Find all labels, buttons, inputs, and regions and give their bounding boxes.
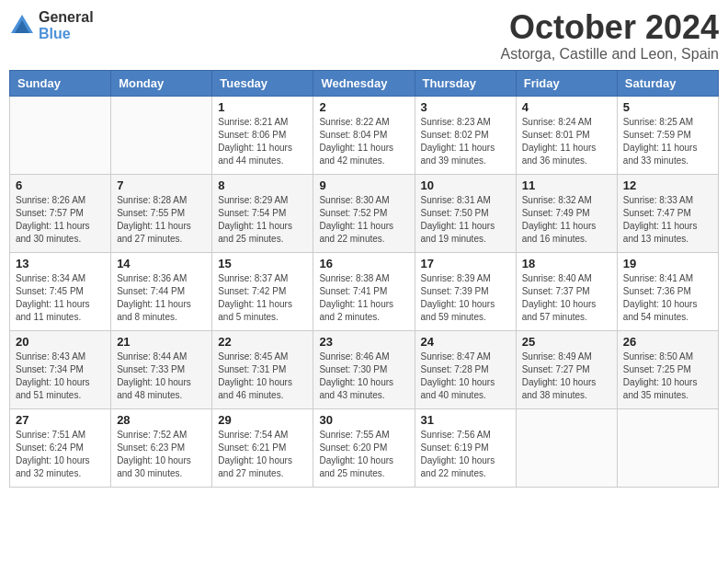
calendar-cell [10,96,111,174]
calendar-cell: 10Sunrise: 8:31 AM Sunset: 7:50 PM Dayli… [415,174,516,252]
day-number: 17 [421,257,510,270]
day-info: Sunrise: 8:36 AM Sunset: 7:44 PM Dayligh… [117,272,206,324]
day-number: 20 [16,335,105,349]
week-row-1: 1Sunrise: 8:21 AM Sunset: 8:06 PM Daylig… [10,96,719,174]
logo-text: General Blue [39,9,94,41]
day-info: Sunrise: 8:44 AM Sunset: 7:33 PM Dayligh… [117,350,206,402]
day-info: Sunrise: 7:55 AM Sunset: 6:20 PM Dayligh… [319,429,408,480]
calendar-cell: 16Sunrise: 8:38 AM Sunset: 7:41 PM Dayli… [313,252,415,330]
day-number: 6 [16,178,105,192]
calendar-cell: 22Sunrise: 8:45 AM Sunset: 7:31 PM Dayli… [212,330,313,408]
calendar-cell: 3Sunrise: 8:23 AM Sunset: 8:02 PM Daylig… [415,96,516,174]
calendar-cell: 2Sunrise: 8:22 AM Sunset: 8:04 PM Daylig… [313,96,415,174]
day-number: 22 [218,335,307,349]
calendar-cell: 19Sunrise: 8:41 AM Sunset: 7:36 PM Dayli… [617,252,718,330]
calendar-cell: 24Sunrise: 8:47 AM Sunset: 7:28 PM Dayli… [415,330,516,408]
day-info: Sunrise: 8:22 AM Sunset: 8:04 PM Dayligh… [319,116,408,167]
calendar-cell: 27Sunrise: 7:51 AM Sunset: 6:24 PM Dayli… [10,408,111,487]
day-info: Sunrise: 8:26 AM Sunset: 7:57 PM Dayligh… [16,194,105,246]
day-info: Sunrise: 7:51 AM Sunset: 6:24 PM Dayligh… [16,429,105,480]
day-info: Sunrise: 8:46 AM Sunset: 7:30 PM Dayligh… [319,350,408,402]
calendar-cell: 31Sunrise: 7:56 AM Sunset: 6:19 PM Dayli… [415,408,516,487]
calendar-cell: 17Sunrise: 8:39 AM Sunset: 7:39 PM Dayli… [415,252,516,330]
calendar-cell: 4Sunrise: 8:24 AM Sunset: 8:01 PM Daylig… [516,96,617,174]
calendar-cell: 20Sunrise: 8:43 AM Sunset: 7:34 PM Dayli… [10,330,111,408]
calendar-cell: 7Sunrise: 8:28 AM Sunset: 7:55 PM Daylig… [111,174,212,252]
header-cell-sunday: Sunday [10,70,111,96]
day-number: 12 [623,178,712,192]
day-info: Sunrise: 7:56 AM Sunset: 6:19 PM Dayligh… [421,429,510,480]
day-info: Sunrise: 8:38 AM Sunset: 7:41 PM Dayligh… [319,272,408,324]
header-cell-saturday: Saturday [617,70,718,96]
day-info: Sunrise: 7:52 AM Sunset: 6:23 PM Dayligh… [117,429,206,480]
calendar-cell: 26Sunrise: 8:50 AM Sunset: 7:25 PM Dayli… [617,330,718,408]
calendar-cell [617,408,718,487]
calendar-cell: 14Sunrise: 8:36 AM Sunset: 7:44 PM Dayli… [111,252,212,330]
day-number: 5 [623,100,712,114]
day-number: 28 [117,413,206,427]
day-number: 19 [623,257,712,270]
month-title: October 2024 [501,9,719,46]
calendar-cell [516,408,617,487]
day-info: Sunrise: 8:29 AM Sunset: 7:54 PM Dayligh… [218,194,307,246]
logo-general: General [39,9,94,26]
day-info: Sunrise: 8:43 AM Sunset: 7:34 PM Dayligh… [16,350,105,402]
week-row-4: 20Sunrise: 8:43 AM Sunset: 7:34 PM Dayli… [10,330,719,408]
calendar-cell: 29Sunrise: 7:54 AM Sunset: 6:21 PM Dayli… [212,408,313,487]
calendar-cell: 13Sunrise: 8:34 AM Sunset: 7:45 PM Dayli… [10,252,111,330]
header: General Blue October 2024 Astorga, Casti… [9,9,719,63]
header-row: SundayMondayTuesdayWednesdayThursdayFrid… [10,70,719,96]
day-number: 31 [421,413,510,427]
day-info: Sunrise: 8:40 AM Sunset: 7:37 PM Dayligh… [522,272,611,324]
day-info: Sunrise: 8:39 AM Sunset: 7:39 PM Dayligh… [421,272,510,324]
day-number: 27 [16,413,105,427]
calendar-cell: 23Sunrise: 8:46 AM Sunset: 7:30 PM Dayli… [313,330,415,408]
logo: General Blue [9,9,94,41]
calendar-cell: 18Sunrise: 8:40 AM Sunset: 7:37 PM Dayli… [516,252,617,330]
calendar-cell: 8Sunrise: 8:29 AM Sunset: 7:54 PM Daylig… [212,174,313,252]
day-number: 16 [319,257,408,270]
day-info: Sunrise: 8:21 AM Sunset: 8:06 PM Dayligh… [218,116,307,167]
calendar-cell: 15Sunrise: 8:37 AM Sunset: 7:42 PM Dayli… [212,252,313,330]
header-cell-wednesday: Wednesday [313,70,415,96]
header-cell-thursday: Thursday [415,70,516,96]
calendar-cell: 25Sunrise: 8:49 AM Sunset: 7:27 PM Dayli… [516,330,617,408]
calendar-cell: 11Sunrise: 8:32 AM Sunset: 7:49 PM Dayli… [516,174,617,252]
week-row-2: 6Sunrise: 8:26 AM Sunset: 7:57 PM Daylig… [10,174,719,252]
day-number: 25 [522,335,611,349]
calendar-cell: 28Sunrise: 7:52 AM Sunset: 6:23 PM Dayli… [111,408,212,487]
day-info: Sunrise: 8:50 AM Sunset: 7:25 PM Dayligh… [623,350,712,402]
calendar-cell [111,96,212,174]
day-number: 30 [319,413,408,427]
calendar-cell: 1Sunrise: 8:21 AM Sunset: 8:06 PM Daylig… [212,96,313,174]
day-number: 24 [421,335,510,349]
day-number: 9 [319,178,408,192]
day-info: Sunrise: 8:37 AM Sunset: 7:42 PM Dayligh… [218,272,307,324]
day-number: 10 [421,178,510,192]
week-row-5: 27Sunrise: 7:51 AM Sunset: 6:24 PM Dayli… [10,408,719,487]
calendar-cell: 9Sunrise: 8:30 AM Sunset: 7:52 PM Daylig… [313,174,415,252]
day-number: 14 [117,257,206,270]
day-number: 8 [218,178,307,192]
day-info: Sunrise: 8:24 AM Sunset: 8:01 PM Dayligh… [522,116,611,167]
day-info: Sunrise: 8:49 AM Sunset: 7:27 PM Dayligh… [522,350,611,402]
calendar-cell: 30Sunrise: 7:55 AM Sunset: 6:20 PM Dayli… [313,408,415,487]
day-info: Sunrise: 8:34 AM Sunset: 7:45 PM Dayligh… [16,272,105,324]
day-number: 26 [623,335,712,349]
logo-blue: Blue [39,26,94,42]
logo-icon [9,13,35,39]
day-info: Sunrise: 8:25 AM Sunset: 7:59 PM Dayligh… [623,116,712,167]
day-info: Sunrise: 8:45 AM Sunset: 7:31 PM Dayligh… [218,350,307,402]
day-info: Sunrise: 8:47 AM Sunset: 7:28 PM Dayligh… [421,350,510,402]
calendar-cell: 21Sunrise: 8:44 AM Sunset: 7:33 PM Dayli… [111,330,212,408]
day-number: 7 [117,178,206,192]
day-info: Sunrise: 8:30 AM Sunset: 7:52 PM Dayligh… [319,194,408,246]
location-title: Astorga, Castille and Leon, Spain [501,46,719,63]
calendar-table: SundayMondayTuesdayWednesdayThursdayFrid… [9,70,719,488]
title-section: October 2024 Astorga, Castille and Leon,… [501,9,719,63]
day-number: 18 [522,257,611,270]
day-number: 15 [218,257,307,270]
calendar-cell: 6Sunrise: 8:26 AM Sunset: 7:57 PM Daylig… [10,174,111,252]
day-number: 2 [319,100,408,114]
day-info: Sunrise: 8:41 AM Sunset: 7:36 PM Dayligh… [623,272,712,324]
